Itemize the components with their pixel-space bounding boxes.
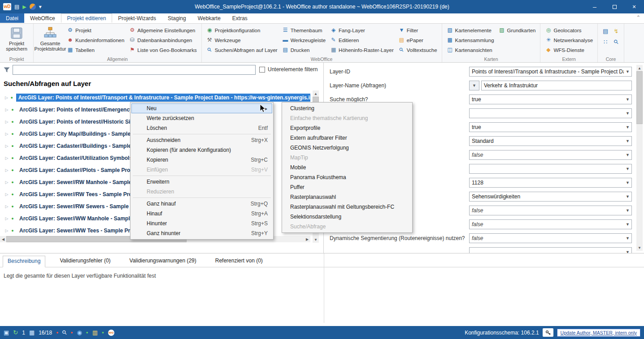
tree-item[interactable]: ▷●ArcGIS Layer: Points of Interest//Tran… [0, 91, 310, 103]
minimize-button[interactable]: – [585, 0, 605, 13]
property-dropdown[interactable]: false [469, 219, 632, 229]
dropdown-arrow-icon[interactable] [624, 97, 631, 102]
button-wfs-dienste[interactable]: ◆WFS-Dienste [543, 45, 595, 55]
button-allgemeine-einstellungen[interactable]: ⚙Allgemeine Einstellungen [126, 26, 199, 35]
button-geo-bookmarks[interactable]: ⚑Liste von Geo-Bookmarks [126, 45, 199, 55]
expand-arrow-icon[interactable]: ▷ [4, 228, 10, 233]
expand-arrow-icon[interactable]: ▷ [4, 120, 10, 124]
scroll-up-icon[interactable]: ▲ [636, 65, 643, 71]
submenu-item-panorama-fokusthema[interactable]: Panorama Fokusthema [283, 172, 411, 182]
submenu-item-geonis-netzverfolgung[interactable]: GEONIS Netzverfolgung [283, 143, 411, 153]
filter-funnel-icon[interactable] [3, 66, 10, 73]
button-werkzeuge[interactable]: ⚒Werkzeuge [204, 35, 280, 45]
layer-name-dropdown-button[interactable] [469, 81, 479, 90]
tab-staging[interactable]: Staging [162, 13, 192, 23]
expand-arrow-icon[interactable]: ▷ [4, 95, 9, 100]
scroll-down-icon[interactable]: ▼ [313, 236, 319, 243]
scrollbar-thumb[interactable] [636, 71, 643, 124]
button-tabellen[interactable]: ▦Tabellen [65, 45, 126, 55]
property-dropdown[interactable] [469, 108, 632, 118]
property-dropdown[interactable]: 1128 [469, 178, 632, 188]
submenu-item-exportprofile[interactable]: Exportprofile [283, 123, 411, 133]
key-button[interactable] [543, 328, 553, 337]
core-grid-icon[interactable]: ▤ [600, 26, 611, 36]
core-bolt-icon[interactable]: ↯ [611, 26, 622, 36]
button-epaper[interactable]: ▤ePaper [396, 35, 439, 45]
tab-weboffice[interactable]: WebOffice [24, 13, 61, 23]
dropdown-arrow-icon[interactable] [624, 139, 631, 143]
core-dots-icon[interactable]: ∷ [600, 36, 611, 47]
expand-arrow-icon[interactable]: ▷ [4, 107, 10, 112]
button-kartenansichten[interactable]: ◫Kartenansichten [444, 45, 496, 55]
tab-projekt-wizards[interactable]: Projekt-Wizards [112, 13, 162, 23]
button-datenbankanbindungen[interactable]: ⛁Datenbankanbindungen [126, 35, 199, 45]
property-dropdown[interactable] [469, 164, 632, 174]
scroll-down-icon[interactable]: ▼ [636, 245, 643, 251]
button-fang-layer[interactable]: ◈Fang-Layer [328, 26, 396, 35]
menu-item-werte-zuruecksetzen[interactable]: Werte zurücksetzen [131, 113, 272, 123]
property-dropdown[interactable]: false [469, 206, 632, 215]
unterelemente-filtern-checkbox[interactable] [259, 67, 265, 73]
submenu-item-selektionsdarstellung[interactable]: Selektionsdarstellung [283, 212, 411, 222]
dropdown-arrow-icon[interactable] [624, 236, 631, 240]
user-badge[interactable]: Update Author, MASTER, intern only [557, 329, 640, 337]
gesamte-projektstruktur-button[interactable]: Gesamte Projektstruktur [36, 25, 65, 51]
menu-item-ausschneiden[interactable]: AusschneidenStrg+X [131, 135, 272, 145]
submenu-item-rasterplanauswahl[interactable]: Rasterplanauswahl [283, 192, 411, 202]
button-kundeninformationen[interactable]: ☻Kundeninformationen [65, 35, 126, 45]
button-projekt[interactable]: ⚙Projekt [65, 26, 126, 35]
menu-item-ganz-hinunter[interactable]: Ganz hinunterStrg+Y [131, 228, 272, 238]
dropdown-arrow-icon[interactable] [624, 180, 631, 185]
button-themenbaum[interactable]: ☰Themenbaum [280, 26, 328, 35]
tab-webkarte[interactable]: Webkarte [192, 13, 226, 23]
expand-arrow-icon[interactable]: ▷ [4, 132, 10, 136]
dropdown-arrow-icon[interactable] [624, 153, 631, 157]
button-drucken[interactable]: ▤Drucken [280, 45, 328, 55]
submenu-item-puffer[interactable]: Puffer [283, 182, 411, 192]
property-dropdown[interactable]: true [469, 122, 632, 132]
weboffice-run-icon[interactable] [30, 4, 36, 10]
expand-arrow-icon[interactable]: ▷ [4, 144, 10, 148]
core-search-icon[interactable]: ⚲ [611, 36, 622, 47]
button-kartenelemente[interactable]: ▧Kartenelemente [444, 26, 496, 35]
scroll-left-icon[interactable]: ◀ [0, 236, 6, 242]
qat-customize-icon[interactable]: ▾ [39, 4, 42, 10]
layer-id-dropdown[interactable]: Points of Interest//Transport & Infrastr… [469, 67, 632, 77]
button-editieren[interactable]: ✎Editieren [328, 35, 396, 45]
dropdown-arrow-icon[interactable] [624, 69, 631, 74]
property-dropdown[interactable]: Standard [469, 136, 632, 146]
tab-validierungsfehler[interactable]: Validierungsfehler (0) [55, 256, 115, 267]
menu-item-kopieren-konfiguration[interactable]: Kopieren (für andere Konfiguration) [131, 145, 272, 155]
dynamische-segmentierung-dropdown[interactable]: false [469, 233, 632, 243]
globe-status-icon[interactable]: ◉ [77, 329, 82, 336]
tab-referenziert-von[interactable]: Referenziert von (0) [211, 256, 267, 267]
menu-item-neu[interactable]: Neu▸ [131, 103, 272, 113]
filter-input[interactable] [13, 65, 256, 75]
menu-item-ganz-hinauf[interactable]: Ganz hinaufStrg+Q [131, 199, 272, 209]
properties-vertical-scrollbar[interactable]: ▲ ▼ [636, 65, 643, 251]
button-netzwerkanalyse[interactable]: ✳Netzwerkanalyse [543, 35, 595, 45]
dropdown-arrow-icon[interactable] [624, 167, 631, 171]
scroll-right-icon[interactable]: ▶ [304, 236, 310, 242]
submenu-item-clustering[interactable]: Clustering [283, 103, 411, 113]
button-kartensammlung[interactable]: ▩Kartensammlung [444, 35, 496, 45]
refresh-icon[interactable]: ↻ [13, 329, 18, 336]
menu-item-kopieren[interactable]: KopierenStrg+C [131, 155, 272, 165]
property-dropdown[interactable] [469, 247, 632, 253]
property-dropdown[interactable]: true [469, 94, 632, 104]
close-button[interactable]: × [624, 0, 644, 13]
property-dropdown[interactable]: false [469, 150, 632, 160]
save-icon[interactable]: ▤ [14, 4, 19, 10]
submenu-item-mobile[interactable]: Mobile [283, 163, 411, 172]
property-dropdown[interactable]: Sehenswürdigkeiten [469, 192, 632, 202]
submenu-item-rasterplanauswahl-geltungsbereich[interactable]: Rasterplanauswahl mit Geltungsbereich-FC [283, 202, 411, 212]
button-grundkarten[interactable]: ▨Grundkarten [496, 26, 538, 35]
submenu-item-extern-aufrufbarer-filter[interactable]: Extern aufrufbarer Filter [283, 133, 411, 143]
tab-validierungswarnungen[interactable]: Validierungswarnungen (29) [125, 256, 201, 267]
expand-arrow-icon[interactable]: ▷ [4, 216, 10, 221]
menu-item-hinauf[interactable]: HinaufStrg+A [131, 209, 272, 219]
menu-item-hinunter[interactable]: HinunterStrg+S [131, 219, 272, 228]
ribbon-collapse-icon[interactable]: ˆ [637, 13, 640, 23]
projekt-speichern-button[interactable]: Projekt speichern [2, 25, 31, 51]
layer-name-input[interactable]: Verkehr & Infrastruktur [481, 81, 632, 90]
